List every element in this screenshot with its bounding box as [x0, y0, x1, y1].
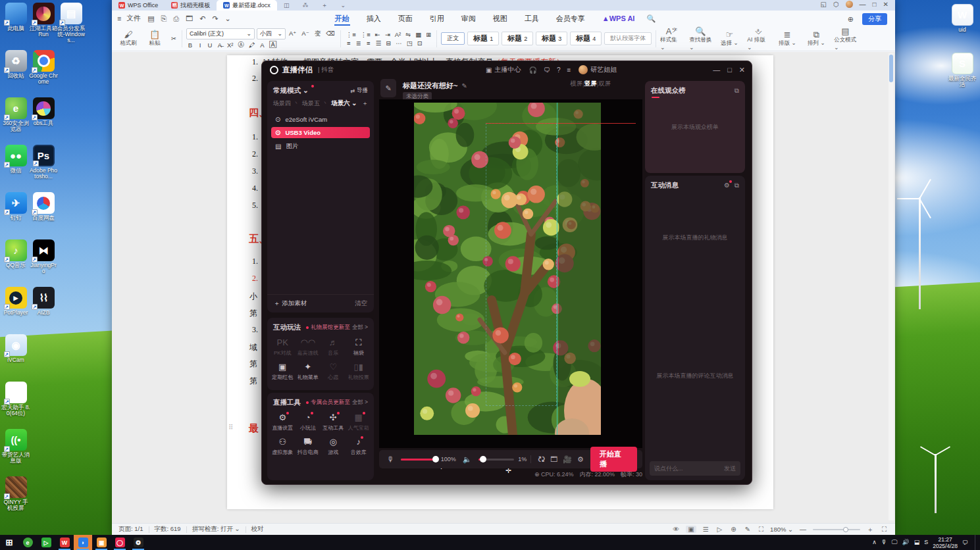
more-icon[interactable]: ⌄ — [222, 14, 234, 23]
desktop-icon-this-pc[interactable]: ↗此电脑 — [1, 3, 30, 32]
feature-嘉宾连线[interactable]: ◠◠嘉宾连线 — [296, 338, 321, 357]
add-scene-button[interactable]: ＋ — [362, 99, 368, 108]
wps-minimize-button[interactable]: — — [860, 1, 866, 8]
ribbon-tab-视图[interactable]: 视图 — [484, 11, 516, 26]
feature-人气宝箱[interactable]: ▦人气宝箱 — [346, 413, 372, 432]
style-正文[interactable]: 正文 — [441, 32, 465, 45]
desktop-icon-sheet-doc[interactable]: S最新全民齐活 — [948, 53, 977, 88]
settings-icon[interactable]: ⚙ — [575, 455, 586, 464]
feature-定期红包[interactable]: ▣定期红包 — [270, 362, 296, 381]
排版-button[interactable]: ≣排版 ⌄ — [776, 30, 798, 47]
live-close-button[interactable]: ✕ — [739, 66, 745, 74]
font-size-select[interactable]: 小四⌄ — [257, 28, 286, 39]
desktop-icon-recycle-bin[interactable]: ♻↗回收站 — [1, 50, 30, 79]
send-button[interactable]: 发送 — [724, 464, 736, 473]
show-desktop-button[interactable] — [975, 535, 977, 550]
format-button[interactable]: I — [196, 41, 204, 49]
source-item[interactable]: ⊙USB3 Video — [271, 127, 370, 138]
tray-display-icon[interactable]: 🖵 — [892, 539, 898, 546]
desktop-icon-aizb[interactable]: ⌇⌇↗AIZB — [29, 287, 58, 316]
speaker-icon[interactable]: 🔈 — [460, 455, 475, 464]
paragraph-button[interactable]: ☰ — [374, 39, 383, 47]
undo-icon[interactable]: ↶ — [196, 14, 209, 23]
wps-user-avatar[interactable] — [846, 1, 853, 8]
format-button[interactable]: U — [206, 41, 214, 49]
feature-游戏[interactable]: ◎游戏 — [321, 437, 346, 456]
paste-button[interactable]: 📋粘贴 — [143, 30, 166, 47]
page-view-icon[interactable]: ▣ — [686, 526, 696, 533]
taskbar-clock[interactable]: 21:272025/4/28 — [933, 536, 958, 549]
paragraph-button[interactable]: ≡ — [345, 39, 353, 47]
interactive-play-all-link[interactable]: 全部 > — [352, 324, 368, 332]
taskbar-orange-cam[interactable]: ▣ — [92, 535, 111, 550]
ribbon-tab-插入[interactable]: 插入 — [358, 11, 390, 26]
director-mode-button[interactable]: ⇄ 导播 — [350, 87, 368, 95]
feature-抖音电商[interactable]: ⛟抖音电商 — [296, 437, 321, 456]
tray-expand-icon[interactable]: ∧ — [872, 539, 877, 546]
wps-maximize-button[interactable]: □ — [873, 1, 877, 8]
paragraph-button[interactable]: ⇥ — [384, 31, 392, 38]
format-painter-button[interactable]: 🖌格式刷 — [117, 30, 140, 47]
tab-tool-icon[interactable]: ⁂ — [296, 0, 315, 11]
stats-icon[interactable]: ⊕ — [534, 471, 540, 478]
record-icon[interactable]: 🎥 — [560, 455, 575, 464]
notification-icon[interactable]: 🗩 — [962, 539, 968, 546]
desktop-icon-photoshop[interactable]: Ps↗Adobe Photosho... — [29, 145, 58, 180]
desktop-icon-jianying-pro[interactable]: ⧓↗JianyingPro — [29, 239, 58, 274]
desktop-icon-obs-tool[interactable]: ↗obs工具 — [29, 97, 58, 126]
mic-slider[interactable] — [401, 459, 437, 461]
desktop-icon-qq-music[interactable]: ♪↗QQ音乐 — [1, 239, 30, 268]
clip-icon[interactable]: 🗔 — [548, 455, 560, 464]
format-button[interactable]: A̶ — [216, 41, 224, 49]
format-button[interactable]: 🖍 — [247, 41, 257, 49]
layout-icon[interactable]: ◱ — [820, 1, 826, 8]
status-spellcheck[interactable]: 拼写检查: 打开 ⌄ — [192, 525, 240, 534]
style-标题[interactable]: 标题4 — [570, 32, 602, 45]
feature-心愿[interactable]: ♡心愿 — [321, 362, 346, 381]
edit-title-box[interactable]: ✎ — [380, 79, 396, 97]
style-标题[interactable]: 标题3 — [536, 32, 567, 45]
cut-button[interactable]: ✂ — [170, 35, 178, 42]
print-icon[interactable]: ⎙ — [170, 14, 182, 23]
paragraph-button[interactable]: ⋮≡ — [345, 31, 357, 38]
live-maximize-button[interactable]: □ — [727, 66, 732, 74]
feature-虚拟形象[interactable]: ⚇虚拟形象 — [270, 437, 296, 456]
desktop-icon-jianghu-toolbox[interactable]: ↗江湖工具箱 Run — [29, 3, 58, 38]
font-tool-button[interactable]: A⁻ — [300, 30, 310, 38]
font-name-select[interactable]: Calibri (正文)⌄ — [186, 28, 255, 39]
paragraph-button[interactable]: ⇋ — [404, 31, 412, 38]
menu-icon[interactable]: ≡ — [567, 66, 571, 74]
format-button[interactable]: 🄰 — [269, 41, 278, 49]
ribbon-search-icon[interactable]: 🔍 — [643, 14, 659, 23]
format-button[interactable]: Ⓐ — [237, 41, 246, 49]
ribbon-tab-会员专享[interactable]: 会员专享 — [548, 11, 594, 26]
排列-button[interactable]: ⧉排列 ⌄ — [805, 30, 827, 47]
scene-tab-场景四[interactable]: 场景四 — [273, 99, 291, 108]
popout-icon[interactable]: ⧉ — [735, 182, 739, 189]
mode-select[interactable]: 常规模式 ⌄ — [273, 86, 309, 95]
feedback-icon[interactable]: 🗨 — [544, 66, 550, 74]
查找替换-button[interactable]: 🔍查找替换 ⌄ — [689, 27, 711, 51]
font-tool-button[interactable]: 变 — [313, 30, 322, 38]
taskbar-blue-app[interactable]: ◗ — [74, 535, 92, 550]
paragraph-button[interactable]: ≣ — [355, 39, 363, 47]
start-button[interactable]: ⊞ — [0, 535, 18, 550]
feature-福袋[interactable]: ⛶福袋 — [346, 338, 372, 357]
live-tools-all-link[interactable]: 全部 > — [352, 399, 368, 407]
paragraph-button[interactable]: ⊟ — [384, 39, 392, 47]
play-icon[interactable]: ▷ — [715, 526, 725, 533]
focus-mode-icon[interactable]: ⛶ — [757, 526, 765, 534]
file-menu[interactable]: 文件 — [126, 14, 140, 23]
orientation-竖屏[interactable]: 竖屏 — [584, 80, 596, 88]
paragraph-button[interactable]: ◳ — [405, 39, 414, 47]
zoom-out-button[interactable]: — — [798, 526, 808, 533]
taskbar-live-companion[interactable]: ◯ — [111, 535, 129, 550]
ribbon-tab-开始[interactable]: 开始 — [326, 11, 358, 26]
paragraph-drag-handle[interactable]: ⠿ — [228, 424, 233, 431]
zoom-level[interactable]: 180% ⌄ — [770, 526, 793, 533]
selection-box[interactable] — [486, 123, 557, 406]
tray-mic-icon[interactable]: 🎙 — [881, 539, 887, 546]
paragraph-button[interactable]: ⇤ — [374, 31, 382, 38]
desktop-icon-hongtian-helper[interactable]: iU↗宏天助手 8.0(64位) — [1, 382, 30, 416]
zoom-slider[interactable] — [813, 529, 860, 530]
